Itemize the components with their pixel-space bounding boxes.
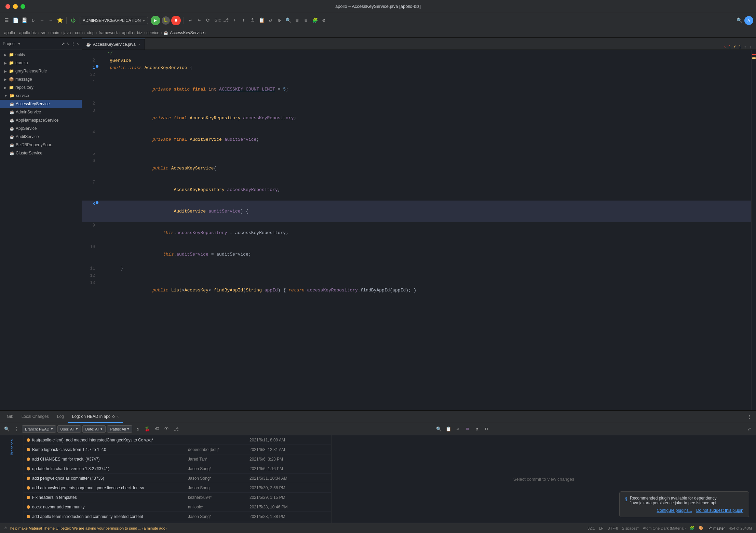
back-icon[interactable]: ← (38, 17, 46, 24)
refresh-icon[interactable]: ↻ (29, 17, 37, 24)
avatar[interactable]: A (744, 16, 753, 25)
git-revert2-icon[interactable]: ↺ (267, 17, 274, 24)
revert-icon[interactable]: ↩ (187, 17, 194, 24)
sidebar-item-entity[interactable]: ▶ 📁 entity (0, 51, 82, 59)
update-icon[interactable]: ⟳ (204, 17, 212, 24)
debug-button[interactable]: 🐛 (162, 16, 170, 25)
sidebar-close-icon[interactable]: × (77, 41, 79, 46)
sidebar-item-admin-service[interactable]: ☕ AdminService (0, 108, 82, 116)
sidebar-item-eureka[interactable]: ▶ 📁 eureka (0, 59, 82, 67)
commit-row[interactable]: add pengweiqhca as committer (#3735) Jas… (24, 474, 331, 483)
sidebar-item-repository[interactable]: ▶ 📁 repository (0, 83, 82, 92)
tab-git[interactable]: Git: (3, 411, 17, 423)
tab-log-on-head[interactable]: Log: on HEAD in apollo × (68, 411, 123, 423)
configure-plugins-link[interactable]: Configure plugins... (657, 508, 692, 513)
breadcrumb-java[interactable]: java (63, 30, 71, 35)
git-push-icon[interactable]: ⬆ (240, 17, 247, 24)
stop-button[interactable]: ■ (171, 16, 181, 25)
branch-filter[interactable]: Branch: HEAD ▾ (22, 425, 56, 433)
run-configuration[interactable]: ADMINSERVICEAPPLICATION ▾ (80, 17, 148, 24)
breadcrumb-framework[interactable]: framework (99, 30, 118, 35)
layout2-icon[interactable]: ⊟ (302, 17, 310, 24)
sidebar-expand-icon[interactable]: ⤢ (62, 41, 65, 46)
breadcrumb-service[interactable]: service (146, 30, 159, 35)
breadcrumb-file[interactable]: AccessKeyService (170, 30, 204, 35)
sidebar-more-icon[interactable]: ⋮ (71, 41, 75, 46)
sidebar-item-access-key-service[interactable]: ☕ AccessKeyService (0, 100, 82, 108)
git-grid-icon[interactable]: ⊞ (463, 425, 472, 433)
git-expand-icon[interactable]: ⤢ (745, 425, 753, 433)
git-eye-icon[interactable]: 👁 (162, 425, 171, 433)
breadcrumb-ctrip[interactable]: ctrip (87, 30, 95, 35)
tab-log[interactable]: Log (53, 411, 68, 423)
power-icon[interactable]: ⏻ (69, 17, 77, 24)
tab-close-button[interactable]: × (138, 42, 140, 46)
branches-label[interactable]: Branches (9, 438, 15, 456)
close-button[interactable] (5, 4, 10, 9)
git-filter2-icon[interactable]: ⚗ (473, 425, 481, 433)
sidebar-item-cluster-service[interactable]: ☕ ClusterService (0, 149, 82, 157)
git-search-icon[interactable]: 🔍 (3, 425, 11, 433)
run-button[interactable]: ▶ (151, 16, 160, 25)
nav-down-icon[interactable]: ↓ (749, 44, 752, 50)
breadcrumb-src[interactable]: src (41, 30, 46, 35)
new-file-icon[interactable]: 📄 (12, 17, 19, 24)
sidebar-collapse-icon[interactable]: ⤡ (66, 41, 70, 46)
date-filter[interactable]: Date: All ▾ (82, 425, 106, 433)
minimize-button[interactable] (13, 4, 18, 9)
git-copy-icon[interactable]: 📋 (444, 425, 453, 433)
git-branch-icon[interactable]: ⎇ (222, 17, 230, 24)
breadcrumb-biz[interactable]: biz (137, 30, 142, 35)
commit-row[interactable]: add acknowledgements page and ignore lic… (24, 483, 331, 493)
status-theme[interactable]: Atom One Dark (Material) (643, 526, 686, 530)
commit-row[interactable]: Bump logback-classic from 1.1.7 to 1.2.0… (24, 445, 331, 454)
status-line-col[interactable]: 32:1 (588, 526, 595, 530)
breadcrumb-apollo2[interactable]: apollo (122, 30, 133, 35)
sidebar-item-service[interactable]: ▼ 📂 service (0, 92, 82, 100)
git-tag-icon[interactable]: 🏷 (153, 425, 161, 433)
paths-filter[interactable]: Paths: All ▾ (107, 425, 132, 433)
bottom-more-icon[interactable]: ⋮ (745, 413, 753, 421)
sidebar-item-message[interactable]: ▶ 📦 message (0, 75, 82, 83)
git-options-icon[interactable]: ⋮ (12, 425, 21, 433)
tab-local-changes[interactable]: Local Changes (17, 411, 53, 423)
git-refresh-icon[interactable]: ↻ (134, 425, 142, 433)
settings-icon[interactable]: ⚙ (320, 17, 327, 24)
sidebar-item-gray-release-rule[interactable]: ▶ 📁 grayReleaseRule (0, 67, 82, 75)
user-filter[interactable]: User: All ▾ (57, 425, 81, 433)
plugin-icon[interactable]: 🧩 (311, 17, 319, 24)
theme-icon-status[interactable]: 🎨 (699, 526, 703, 530)
git-log-icon[interactable]: 📋 (258, 17, 265, 24)
project-icon[interactable]: ☰ (3, 17, 10, 24)
dismiss-plugin-link[interactable]: Do not suggest this plugin (696, 508, 743, 513)
sidebar-item-app-service[interactable]: ☕ AppService (0, 124, 82, 133)
git-revert3-icon[interactable]: ↩ (454, 425, 462, 433)
commit-row[interactable]: Fix headers in templates kezhenxu94* 202… (24, 493, 331, 502)
forward-icon[interactable]: → (47, 17, 55, 24)
git-log-list[interactable]: feat(apollo-client): add method interest… (24, 435, 332, 523)
status-indent[interactable]: 2 spaces* (622, 526, 638, 530)
nav-up-icon[interactable]: ↑ (744, 44, 746, 50)
git-branch2-icon[interactable]: ⎇ (172, 425, 180, 433)
commit-row[interactable]: feat(apollo-client): add method interest… (24, 435, 331, 445)
git-settings-icon[interactable]: ⚙ (275, 17, 283, 24)
status-encoding[interactable]: UTF-8 (607, 526, 618, 530)
git-search2-icon[interactable]: 🔍 (435, 425, 443, 433)
tab-log-close-button[interactable]: × (117, 414, 119, 419)
status-line-sep[interactable]: LF (599, 526, 603, 530)
search-run-icon[interactable]: 🔍 (284, 17, 292, 24)
layout-icon[interactable]: ⊞ (293, 17, 301, 24)
commit-row[interactable]: docs: navbar add community anilople* 202… (24, 502, 331, 512)
git-cherry-pick-icon[interactable]: 🍒 (143, 425, 151, 433)
search-toolbar-icon[interactable]: 🔍 (735, 17, 743, 24)
sidebar-item-app-namespace-service[interactable]: ☕ AppNamespaceService (0, 116, 82, 124)
maximize-button[interactable] (21, 4, 25, 9)
breadcrumb-com[interactable]: com (75, 30, 83, 35)
sidebar-item-audit-service[interactable]: ☕ AuditService (0, 133, 82, 141)
commit-row[interactable]: update helm chart to version 1.8.2 (#374… (24, 464, 331, 474)
git-pull-icon[interactable]: ⬇ (231, 17, 239, 24)
git-branch-status[interactable]: ⎇ master (707, 526, 725, 530)
redo-icon[interactable]: ↪ (195, 17, 203, 24)
sidebar-item-biz-db-property-source[interactable]: ☕ BizDBPropertySour... (0, 141, 82, 149)
bookmark-icon[interactable]: ⭐ (56, 17, 64, 24)
